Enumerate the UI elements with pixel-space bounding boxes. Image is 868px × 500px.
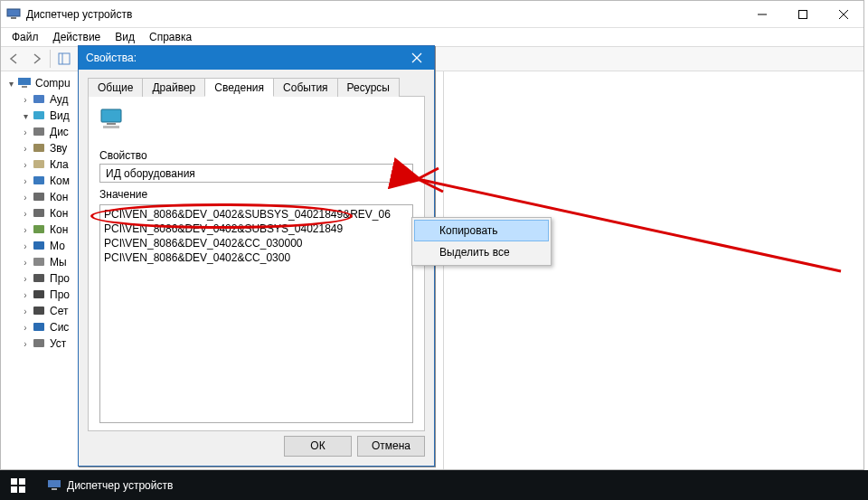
expand-icon[interactable]: › — [19, 225, 32, 235]
device-category-icon — [32, 174, 46, 188]
device-category-icon — [32, 157, 46, 172]
svg-rect-26 — [33, 339, 44, 347]
svg-rect-23 — [33, 290, 44, 298]
minimize-button[interactable] — [741, 1, 782, 28]
value-listbox[interactable]: PCI\VEN_8086&DEV_0402&SUBSYS_04021849&RE… — [99, 204, 413, 423]
tree-item-label: Про — [50, 272, 70, 285]
expand-icon[interactable]: › — [19, 323, 32, 333]
svg-rect-35 — [11, 486, 17, 493]
close-button[interactable] — [823, 1, 863, 28]
tab-general[interactable]: Общие — [88, 78, 143, 97]
menu-view[interactable]: Вид — [109, 29, 140, 45]
expand-icon[interactable]: › — [19, 307, 32, 316]
value-option[interactable]: PCI\VEN_8086&DEV_0402&CC_0300 — [104, 250, 409, 265]
device-category-icon — [32, 304, 46, 318]
svg-rect-15 — [33, 160, 44, 168]
svg-rect-6 — [59, 53, 70, 64]
property-label: Свойство — [99, 149, 413, 162]
tab-driver[interactable]: Драйвер — [142, 78, 205, 97]
maximize-button[interactable] — [782, 1, 823, 28]
menu-file[interactable]: Файл — [6, 29, 44, 45]
computer-icon — [17, 76, 32, 90]
tab-events[interactable]: События — [273, 78, 338, 97]
expand-icon[interactable]: › — [19, 176, 32, 186]
menu-help[interactable]: Справка — [144, 29, 197, 45]
device-large-icon — [99, 106, 128, 135]
toolbar-show-hide-icon[interactable] — [54, 49, 74, 69]
expand-icon[interactable]: ▾ — [19, 111, 32, 121]
chevron-down-icon[interactable] — [397, 166, 410, 180]
expand-icon[interactable]: › — [19, 241, 32, 251]
device-category-icon — [32, 239, 46, 253]
device-category-icon — [32, 271, 46, 286]
svg-rect-36 — [19, 486, 25, 493]
cancel-button[interactable]: Отмена — [357, 436, 425, 457]
value-option[interactable]: PCI\VEN_8086&DEV_0402&CC_030000 — [104, 236, 409, 250]
svg-rect-30 — [107, 123, 116, 125]
device-category-icon — [32, 125, 46, 139]
svg-rect-16 — [33, 176, 44, 184]
expand-icon[interactable]: › — [19, 209, 32, 219]
taskbar-item-device-manager[interactable]: Диспетчер устройств — [36, 470, 184, 500]
tree-item-label: Кла — [50, 158, 69, 171]
svg-rect-21 — [33, 258, 44, 266]
menu-action[interactable]: Действие — [48, 29, 107, 45]
tab-strip: Общие Драйвер Сведения События Ресурсы — [88, 77, 425, 97]
svg-rect-3 — [798, 11, 807, 19]
dialog-close-button[interactable] — [400, 46, 434, 70]
ok-button[interactable]: ОК — [284, 436, 352, 457]
svg-rect-0 — [7, 9, 20, 16]
property-combobox[interactable]: ИД оборудования — [99, 164, 413, 183]
expand-icon[interactable]: › — [19, 274, 32, 284]
tab-details[interactable]: Сведения — [204, 78, 274, 97]
expand-icon[interactable]: › — [19, 339, 32, 349]
main-titlebar[interactable]: Диспетчер устройств — [1, 1, 863, 28]
value-option[interactable]: PCI\VEN_8086&DEV_0402&SUBSYS_04021849 — [104, 222, 409, 236]
expand-icon[interactable]: › — [19, 258, 32, 268]
expand-icon[interactable]: › — [19, 290, 32, 300]
context-copy[interactable]: Копировать — [414, 220, 549, 241]
device-category-icon — [32, 92, 46, 107]
dialog-titlebar[interactable]: Свойства: — [79, 46, 434, 70]
svg-rect-10 — [22, 86, 27, 88]
value-option[interactable]: PCI\VEN_8086&DEV_0402&SUBSYS_04021849&RE… — [104, 207, 409, 222]
expand-icon[interactable]: › — [19, 95, 32, 105]
expand-icon[interactable]: › — [19, 160, 32, 170]
svg-rect-17 — [33, 193, 44, 201]
toolbar-forward-icon[interactable] — [26, 49, 46, 69]
device-category-icon — [32, 255, 46, 269]
expand-icon[interactable]: › — [19, 127, 32, 137]
svg-rect-33 — [11, 478, 17, 485]
tab-resources[interactable]: Ресурсы — [337, 78, 400, 97]
context-select-all[interactable]: Выделить все — [414, 241, 549, 263]
tree-item-label: Кон — [50, 207, 68, 220]
svg-rect-24 — [33, 307, 44, 315]
toolbar-back-icon[interactable] — [5, 49, 24, 69]
device-category-icon — [32, 141, 46, 156]
expand-icon[interactable]: › — [19, 144, 32, 154]
device-manager-taskbar-icon — [47, 478, 61, 493]
expand-icon[interactable]: › — [19, 193, 32, 203]
tree-item-label: Про — [50, 288, 70, 301]
device-category-icon — [32, 108, 46, 123]
device-manager-icon — [6, 7, 21, 22]
start-button[interactable] — [0, 470, 36, 500]
collapse-icon[interactable]: ▾ — [5, 79, 17, 89]
svg-rect-37 — [48, 480, 61, 487]
tree-item-label: Уст — [50, 337, 66, 350]
tab-panel-details: Свойство ИД оборудования Значение PCI\VE… — [88, 97, 425, 431]
tree-item-label: Ауд — [50, 93, 68, 106]
device-category-icon — [32, 288, 46, 302]
svg-rect-9 — [18, 78, 31, 85]
taskbar[interactable]: Диспетчер устройств — [0, 470, 868, 500]
tree-item-label: Кон — [50, 191, 68, 203]
device-category-icon — [32, 320, 46, 335]
device-category-icon — [32, 336, 46, 351]
svg-rect-29 — [101, 109, 121, 122]
tree-item-label: Сис — [50, 321, 69, 334]
taskbar-item-label: Диспетчер устройств — [67, 479, 173, 492]
tree-item-label: Мо — [50, 240, 65, 252]
tree-item-label: Дис — [50, 126, 69, 138]
window-controls — [741, 1, 863, 27]
svg-rect-22 — [33, 274, 44, 282]
